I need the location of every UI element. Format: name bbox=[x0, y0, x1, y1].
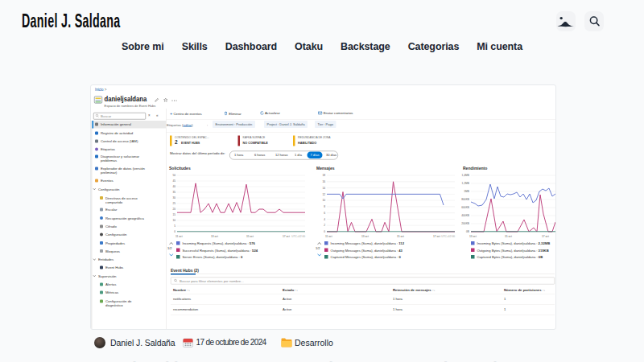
svg-text:11 oct: 11 oct bbox=[325, 235, 332, 238]
svg-text:0: 0 bbox=[324, 230, 325, 233]
svg-text:UTC+02:00: UTC+02:00 bbox=[291, 235, 305, 238]
svg-text:10: 10 bbox=[172, 219, 175, 222]
svg-text:800KB: 800KB bbox=[461, 198, 469, 201]
svg-text:13 oct: 13 oct bbox=[469, 235, 477, 238]
svg-text:18: 18 bbox=[322, 174, 325, 177]
svg-text:200KB: 200KB bbox=[461, 222, 469, 225]
svg-text:0: 0 bbox=[174, 230, 175, 233]
svg-text:50: 50 bbox=[172, 174, 175, 177]
svg-text:0B: 0B bbox=[466, 230, 469, 233]
svg-text:5: 5 bbox=[174, 224, 175, 228]
svg-text:35: 35 bbox=[172, 191, 175, 194]
svg-text:13 oct: 13 oct bbox=[361, 235, 369, 238]
svg-text:15 oct: 15 oct bbox=[246, 235, 254, 238]
svg-text:13 oct: 13 oct bbox=[211, 235, 218, 238]
svg-text:11 oct: 11 oct bbox=[175, 235, 183, 238]
svg-text:1MB: 1MB bbox=[464, 190, 469, 193]
svg-text:14: 14 bbox=[322, 187, 325, 190]
svg-text:600KB: 600KB bbox=[461, 206, 469, 209]
svg-text:20: 20 bbox=[172, 208, 175, 211]
svg-text:4: 4 bbox=[324, 218, 325, 221]
svg-text:45: 45 bbox=[172, 179, 175, 183]
svg-text:2: 2 bbox=[324, 224, 325, 227]
svg-text:16: 16 bbox=[322, 180, 325, 183]
svg-text:1,2MB: 1,2MB bbox=[462, 182, 469, 185]
svg-text:8: 8 bbox=[324, 205, 325, 208]
svg-text:10: 10 bbox=[322, 199, 325, 202]
svg-text:400KB: 400KB bbox=[461, 214, 469, 217]
svg-text:12: 12 bbox=[322, 193, 325, 196]
svg-text:15 oct: 15 oct bbox=[505, 235, 512, 238]
svg-text:UTC+02:00: UTC+02:00 bbox=[441, 235, 455, 238]
svg-text:6: 6 bbox=[324, 212, 325, 215]
svg-text:17 oct: 17 oct bbox=[283, 235, 290, 238]
svg-text:1,4MB: 1,4MB bbox=[462, 174, 469, 177]
svg-text:17 oct: 17 oct bbox=[542, 235, 549, 238]
svg-text:15: 15 bbox=[172, 213, 175, 216]
svg-text:40: 40 bbox=[172, 185, 175, 188]
svg-text:17 oct: 17 oct bbox=[433, 235, 440, 238]
svg-text:15 oct: 15 oct bbox=[397, 235, 404, 238]
svg-text:30: 30 bbox=[172, 196, 175, 200]
svg-text:25: 25 bbox=[172, 202, 175, 205]
